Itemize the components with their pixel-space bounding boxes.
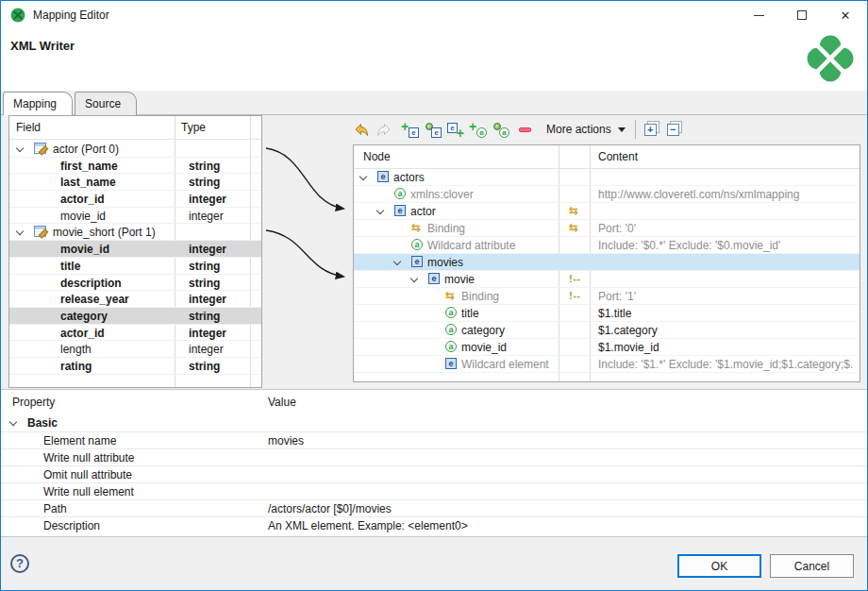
field-row[interactable]: ratingstring <box>9 358 261 375</box>
node-label: xmlns:clover <box>410 188 474 201</box>
tree-row[interactable]: ⇆Binding!--Port: '1' <box>354 288 860 305</box>
field-row[interactable]: actor_idinteger <box>9 325 261 342</box>
property-row[interactable]: Element namemovies <box>1 431 867 448</box>
field-name: rating <box>60 360 92 373</box>
tab-bar: Mapping Source <box>1 91 867 115</box>
maximize-button[interactable] <box>780 1 824 29</box>
minimize-icon <box>754 15 764 16</box>
field-type: integer <box>189 193 226 206</box>
tree-row[interactable]: eWildcard elementInclude: '$1.*' Exclude… <box>354 356 860 373</box>
chevron-down-icon[interactable] <box>410 275 418 282</box>
field-row[interactable]: titlestring <box>9 258 261 275</box>
property-group-basic[interactable]: Basic <box>1 414 867 431</box>
field-row[interactable]: movie_idinteger <box>9 241 261 258</box>
footer-bar: ? OK Cancel <box>1 537 867 590</box>
port-row[interactable]: movie_short (Port 1) <box>9 224 261 241</box>
add-child-element-button[interactable]: +e <box>402 119 419 140</box>
maximize-icon <box>797 10 807 20</box>
tree-row[interactable]: atitle$1.title <box>354 305 860 322</box>
property-row[interactable]: Path/actors/actor [$0]/movies <box>1 499 867 516</box>
port-row[interactable]: actor (Port 0) <box>9 141 261 158</box>
chevron-down-icon[interactable] <box>16 228 24 235</box>
element-icon: e <box>411 256 423 267</box>
tree-row[interactable]: eactors <box>354 169 860 186</box>
more-actions-button[interactable]: More actions <box>541 120 631 139</box>
type-column-header: Type <box>181 121 206 134</box>
element-icon: e <box>445 358 457 369</box>
port-label: movie_short (Port 1) <box>53 226 156 239</box>
field-name: movie_id <box>60 210 106 223</box>
expand-all-button[interactable]: + <box>644 119 657 140</box>
node-label: actor <box>410 205 436 218</box>
remove-button[interactable] <box>519 119 531 140</box>
tree-row[interactable]: amovie_id$1.movie_id <box>354 339 860 356</box>
attribute-icon: a <box>411 239 423 250</box>
field-type: string <box>189 260 220 273</box>
add-wildcard-element-button[interactable]: e <box>425 119 442 140</box>
add-attribute-button[interactable]: +a <box>470 119 487 140</box>
field-row[interactable]: release_yearinteger <box>9 291 261 308</box>
collapse-all-button[interactable]: − <box>667 119 679 140</box>
field-table: Field Type actor (Port 0)first_namestrin… <box>8 115 262 388</box>
redo-button[interactable] <box>376 119 392 140</box>
undo-button[interactable] <box>353 119 370 140</box>
node-label: movie <box>444 273 475 286</box>
node-label: movie_id <box>461 341 507 354</box>
chevron-down-icon[interactable] <box>393 258 401 265</box>
node-tree-header: Node Content <box>354 145 860 169</box>
close-button[interactable]: ✕ <box>824 1 867 29</box>
field-row[interactable]: last_namestring <box>9 174 261 191</box>
field-row[interactable]: actor_idinteger <box>9 191 261 208</box>
close-icon: ✕ <box>841 9 851 22</box>
property-row[interactable]: Write null attribute <box>1 448 867 465</box>
node-content: $1.category <box>598 324 658 337</box>
chevron-down-icon <box>618 127 626 132</box>
node-label: Wildcard attribute <box>427 239 515 252</box>
tree-row[interactable]: aWildcard attributeInclude: '$0.*' Exclu… <box>354 237 860 254</box>
cancel-button[interactable]: Cancel <box>770 554 854 578</box>
chevron-down-icon[interactable] <box>359 173 367 180</box>
element-icon: e <box>428 273 440 284</box>
field-type: string <box>189 310 220 323</box>
field-name: movie_id <box>60 243 109 256</box>
node-content: $1.movie_id <box>598 341 659 354</box>
field-row[interactable]: movie_idinteger <box>9 208 261 225</box>
tree-row[interactable]: emovies <box>354 254 860 271</box>
field-type: string <box>189 176 220 189</box>
mapping-arrow-port0 <box>266 148 343 209</box>
tree-row[interactable]: axmlns:cloverhttp://www.cloveretl.com/ns… <box>354 186 860 203</box>
property-row[interactable]: Omit null attribute <box>1 465 867 482</box>
attribute-icon: a <box>445 324 457 335</box>
tab-mapping[interactable]: Mapping <box>3 92 73 115</box>
property-row[interactable]: Write null element <box>1 482 867 499</box>
field-row[interactable]: lengthinteger <box>9 341 261 358</box>
node-content: Port: '1' <box>598 290 636 303</box>
key-status-icon: !-- <box>569 289 581 302</box>
mapping-arrows <box>262 133 353 294</box>
field-row[interactable]: categorystring <box>9 308 261 325</box>
minimize-button[interactable] <box>737 1 780 29</box>
tree-row[interactable]: acategory$1.category <box>354 322 860 339</box>
chevron-down-icon[interactable] <box>16 144 24 152</box>
insert-element-button[interactable]: e+ <box>447 119 464 140</box>
property-row[interactable]: DescriptionAn XML element. Example: <ele… <box>1 516 867 533</box>
tree-row[interactable]: ⇆Binding⇆Port: '0' <box>354 220 860 237</box>
tree-row[interactable]: emovie!-- <box>354 271 860 288</box>
tab-source[interactable]: Source <box>75 92 137 115</box>
add-wildcard-attribute-button[interactable]: a <box>492 119 509 140</box>
field-row[interactable]: first_namestring <box>9 158 261 175</box>
node-label: title <box>461 307 479 320</box>
add-wildcard-attribute-icon: a <box>492 122 509 138</box>
field-row[interactable]: descriptionstring <box>9 275 261 292</box>
field-name: actor_id <box>60 193 105 206</box>
field-type: integer <box>189 327 226 340</box>
tree-toolbar: +e e e+ +a a More actions + − <box>353 115 862 144</box>
ok-button[interactable]: OK <box>677 554 761 578</box>
chevron-down-icon[interactable] <box>376 207 384 214</box>
clover-logo-icon <box>807 35 854 82</box>
field-name: length <box>60 343 92 356</box>
tree-row[interactable]: eactor⇆ <box>354 203 860 220</box>
field-name: first_name <box>60 160 118 173</box>
field-name: release_year <box>60 293 129 306</box>
help-button[interactable]: ? <box>10 554 29 573</box>
